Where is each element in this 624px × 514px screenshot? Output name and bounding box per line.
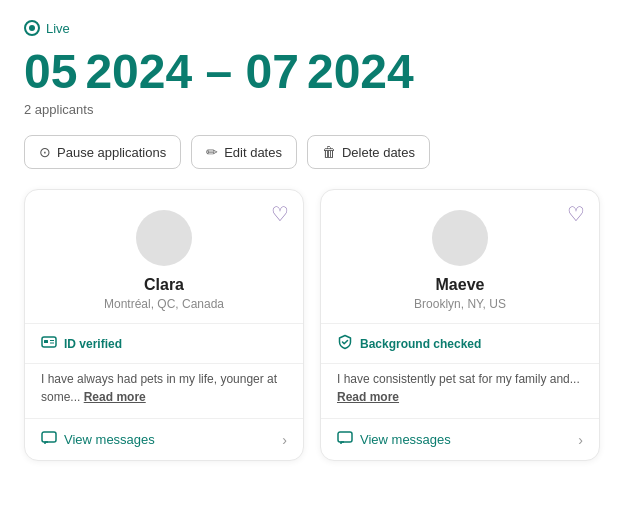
applicant-card-0: ♡ Clara Montréal, QC, Canada ID verified…: [24, 189, 304, 461]
chevron-right-icon-0: ›: [282, 432, 287, 448]
applicants-count: 2 applicants: [24, 102, 600, 117]
edit-dates-button[interactable]: ✏ Edit dates: [191, 135, 297, 169]
applicant-location-1: Brooklyn, NY, US: [414, 297, 506, 311]
card-top-1: ♡ Maeve Brooklyn, NY, US: [321, 190, 599, 323]
view-messages-footer-1[interactable]: View messages ›: [321, 418, 599, 460]
date-middle: 2024 – 07: [85, 48, 299, 96]
read-more-0[interactable]: Read more: [84, 390, 146, 404]
date-end: 2024: [307, 48, 414, 96]
applicant-cards-row: ♡ Clara Montréal, QC, Canada ID verified…: [24, 189, 600, 461]
badge-1: Background checked: [321, 324, 599, 363]
date-start: 05: [24, 48, 77, 96]
avatar-1: [432, 210, 488, 266]
message-icon-1: [337, 430, 353, 449]
id-verified-icon: [41, 334, 57, 353]
action-buttons-row: ⊙ Pause applications ✏ Edit dates 🗑 Dele…: [24, 135, 600, 169]
chevron-right-icon-1: ›: [578, 432, 583, 448]
delete-dates-button[interactable]: 🗑 Delete dates: [307, 135, 430, 169]
applicant-location-0: Montréal, QC, Canada: [104, 297, 224, 311]
applicant-desc-0: I have always had pets in my life, young…: [25, 364, 303, 418]
applicant-name-1: Maeve: [436, 276, 485, 294]
svg-rect-1: [44, 340, 48, 343]
svg-rect-5: [338, 432, 352, 442]
pencil-icon: ✏: [206, 144, 218, 160]
view-messages-link-1[interactable]: View messages: [337, 430, 451, 449]
shield-check-icon: [337, 334, 353, 353]
pause-icon: ⊙: [39, 144, 51, 160]
trash-icon: 🗑: [322, 144, 336, 160]
applicant-desc-1: I have consistently pet sat for my famil…: [321, 364, 599, 418]
avatar-0: [136, 210, 192, 266]
applicant-name-0: Clara: [144, 276, 184, 294]
read-more-1[interactable]: Read more: [337, 390, 399, 404]
favorite-button-0[interactable]: ♡: [271, 204, 289, 224]
applicant-card-1: ♡ Maeve Brooklyn, NY, US Background chec…: [320, 189, 600, 461]
live-indicator-icon: [24, 20, 40, 36]
badge-0: ID verified: [25, 324, 303, 363]
favorite-button-1[interactable]: ♡: [567, 204, 585, 224]
view-messages-link-0[interactable]: View messages: [41, 430, 155, 449]
view-messages-footer-0[interactable]: View messages ›: [25, 418, 303, 460]
live-label: Live: [46, 21, 70, 36]
date-range: 05 2024 – 07 2024: [24, 48, 600, 96]
svg-rect-4: [42, 432, 56, 442]
card-top-0: ♡ Clara Montréal, QC, Canada: [25, 190, 303, 323]
message-icon-0: [41, 430, 57, 449]
pause-applications-button[interactable]: ⊙ Pause applications: [24, 135, 181, 169]
live-status: Live: [24, 20, 600, 36]
